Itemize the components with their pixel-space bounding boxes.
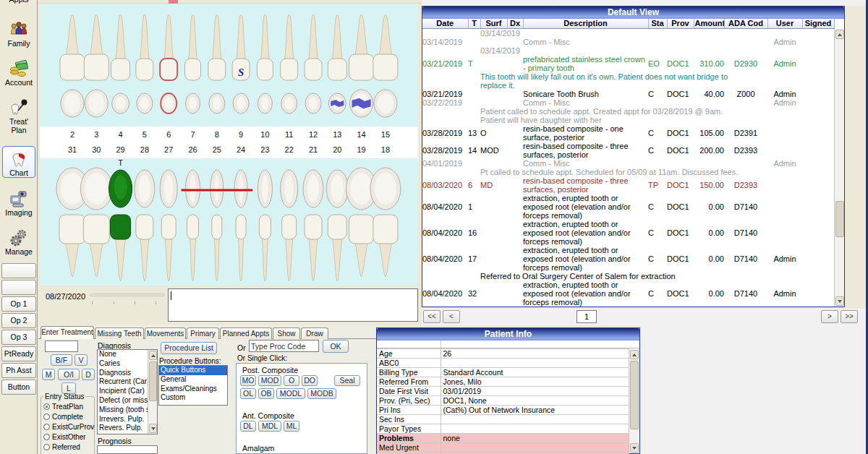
diagnosis-item[interactable]: Necrotic bbox=[98, 433, 148, 434]
page-number-box[interactable]: 1 bbox=[576, 310, 597, 323]
column-header-surf[interactable]: Surf bbox=[480, 19, 507, 28]
diagnosis-item[interactable]: None bbox=[98, 350, 148, 359]
tab-movements[interactable]: Movements bbox=[145, 327, 186, 339]
patient-info-row[interactable]: Pri Ins(Cat%) Out of Network Insurance bbox=[377, 406, 629, 415]
tab-missing-teeth[interactable]: Missing Teeth bbox=[95, 327, 144, 339]
diagnosis-item[interactable]: Caries bbox=[98, 359, 148, 369]
entry-status-option-complete[interactable]: Complete bbox=[43, 411, 94, 421]
note-row[interactable]: 03/14/2019 bbox=[422, 29, 834, 38]
patient-info-row[interactable]: Med Urgent bbox=[377, 443, 629, 453]
quick-button-mod[interactable]: MOD bbox=[258, 375, 281, 386]
quick-button-seal[interactable]: Seal bbox=[334, 375, 360, 386]
patient-info-row[interactable]: Prov. (Pri, Sec)DOC1, None bbox=[377, 396, 629, 406]
view-button-op-2[interactable]: Op 2 bbox=[1, 313, 36, 328]
quick-button-ob[interactable]: OB bbox=[258, 388, 274, 399]
progress-notes-rows[interactable]: 03/14/201903/14/2019Comm - MiscAdmin03/1… bbox=[422, 29, 834, 307]
column-header-prov[interactable]: Prov bbox=[667, 19, 694, 28]
sidebar-module-imaging[interactable]: Imaging bbox=[0, 189, 38, 217]
procedure-row[interactable]: 03/21/2019Sonicare Tooth BrushCDOC140.00… bbox=[422, 90, 834, 98]
patient-info-row[interactable]: Billing TypeStandard Account bbox=[377, 368, 629, 377]
patient-info-row[interactable]: Age26 bbox=[377, 349, 629, 359]
quick-button-do[interactable]: DO bbox=[302, 375, 318, 386]
column-header-signed[interactable]: Signed bbox=[802, 19, 834, 28]
sidebar-module-treat-plan[interactable]: Treat'Plan bbox=[0, 98, 38, 134]
quick-button-mo[interactable]: MO bbox=[240, 375, 256, 386]
view-button-blank[interactable] bbox=[1, 263, 36, 278]
patient-info-row[interactable]: ABC0 bbox=[377, 359, 629, 368]
surface-button-bf[interactable]: B/F bbox=[51, 354, 72, 366]
quick-button-o[interactable]: O bbox=[284, 375, 299, 386]
surface-button-d[interactable]: D bbox=[82, 369, 95, 380]
surface-button-m[interactable]: M bbox=[42, 369, 55, 380]
quick-button-dl[interactable]: DL bbox=[240, 421, 256, 432]
diagnosis-listbox[interactable]: NoneCariesDiagnosisRecurrent (Car)Incipi… bbox=[97, 349, 158, 434]
diagnosis-item[interactable]: Diagnosis bbox=[98, 369, 148, 378]
entry-status-option-referred[interactable]: Referred bbox=[43, 442, 94, 452]
column-header-description[interactable]: Description bbox=[523, 19, 648, 28]
proc-code-input[interactable] bbox=[249, 340, 319, 352]
procedure-category-listbox[interactable]: Quick ButtonsGeneralExams/CleaningsCusto… bbox=[158, 365, 228, 406]
patient-info-row[interactable]: Referred FromJones, Milo bbox=[377, 377, 629, 387]
progress-notes-scrollbar[interactable] bbox=[834, 29, 844, 307]
quick-button-ml[interactable]: ML bbox=[284, 421, 299, 432]
tab-primary[interactable]: Primary bbox=[187, 327, 219, 339]
prev-page-button[interactable]: < bbox=[443, 310, 460, 323]
tab-draw[interactable]: Draw bbox=[301, 327, 328, 339]
quick-button-modb[interactable]: MODB bbox=[307, 388, 336, 399]
view-button-button[interactable]: Button bbox=[1, 380, 36, 395]
patient-info-row[interactable]: Date First Visit03/01/2019 bbox=[377, 387, 629, 396]
scroll-up-button[interactable] bbox=[630, 350, 639, 359]
first-page-button[interactable]: << bbox=[423, 310, 441, 323]
diagnosis-item[interactable]: Irrevers. Pulp. bbox=[98, 415, 148, 424]
procedure-row[interactable]: 08/04/202032extraction, erupted tooth or… bbox=[422, 280, 834, 307]
surface-button-oi[interactable]: O/I bbox=[58, 369, 80, 380]
column-header-ada-cod[interactable]: ADA Cod bbox=[724, 19, 767, 28]
view-button-blank[interactable] bbox=[1, 280, 36, 295]
proc-entry-input[interactable] bbox=[45, 340, 78, 352]
entry-status-option-treatplan[interactable]: TreatPlan bbox=[43, 401, 94, 411]
last-page-button[interactable]: >> bbox=[841, 310, 858, 323]
diagnosis-item[interactable]: Missing (tooth s bbox=[98, 406, 148, 415]
diagnosis-item[interactable]: Recurrent (Car) bbox=[98, 377, 148, 387]
procedure-row[interactable]: 04/01/2019Comm - MiscAdmin bbox=[422, 159, 834, 168]
note-row[interactable]: Pt called to schedule appt. Scheduled fo… bbox=[422, 168, 834, 176]
procedure-category-item[interactable]: Quick Buttons bbox=[159, 366, 227, 375]
sidebar-module-account[interactable]: Account bbox=[0, 59, 38, 87]
tab-show[interactable]: Show bbox=[273, 327, 300, 339]
tooth-chart-svg[interactable]: 23456789101112131415S3130292827262524232… bbox=[40, 4, 418, 286]
scroll-thumb[interactable] bbox=[149, 361, 157, 401]
prognosis-listbox[interactable] bbox=[97, 445, 158, 454]
chart-date-slider[interactable] bbox=[90, 294, 165, 296]
patient-info-row[interactable]: Sec Ins bbox=[377, 415, 629, 424]
procedure-row[interactable]: 03/22/2019Comm - MiscAdmin bbox=[422, 98, 834, 107]
sidebar-module-manage[interactable]: Manage bbox=[0, 228, 38, 256]
view-button-op-3[interactable]: Op 3 bbox=[1, 330, 36, 345]
procedure-row[interactable]: 03/21/2019Tprefabricated stainless steel… bbox=[422, 55, 834, 72]
view-button-op-1[interactable]: Op 1 bbox=[1, 296, 36, 312]
entry-status-option-existcurprov[interactable]: ExistCurProv bbox=[43, 421, 94, 432]
diagnosis-item[interactable]: Revers. Pulp. bbox=[98, 424, 148, 433]
ok-button[interactable]: OK bbox=[323, 340, 349, 353]
note-row[interactable]: Patient called to schedule appt. Created… bbox=[422, 107, 834, 124]
entry-status-option-existother[interactable]: ExistOther bbox=[43, 432, 94, 442]
note-row[interactable]: This tooth will likely fall out on it's … bbox=[422, 72, 834, 90]
scroll-down-button[interactable] bbox=[149, 424, 157, 433]
scroll-up-button[interactable] bbox=[835, 30, 844, 39]
procedure-row[interactable]: 08/03/20206MDresin-based composite - thr… bbox=[422, 176, 834, 194]
note-row[interactable]: 03/14/2019 bbox=[422, 46, 834, 55]
quick-button-modl[interactable]: MODL bbox=[276, 388, 305, 399]
next-page-button[interactable]: > bbox=[821, 310, 838, 323]
procedure-row[interactable]: 03/14/2019Comm - MiscAdmin bbox=[422, 38, 834, 46]
sidebar-module-chart[interactable]: Chart bbox=[2, 146, 35, 178]
column-header-amount[interactable]: Amount bbox=[694, 19, 724, 28]
patient-info-scrollbar[interactable] bbox=[629, 349, 639, 453]
scroll-thumb[interactable] bbox=[630, 361, 639, 429]
patient-info-row[interactable]: Payor Types bbox=[377, 424, 629, 434]
procedure-row[interactable]: 08/04/202016extraction, erupted tooth or… bbox=[422, 220, 834, 246]
column-header-sta[interactable]: Sta bbox=[648, 19, 667, 28]
scroll-down-button[interactable] bbox=[835, 296, 844, 306]
quick-button-mdl[interactable]: MDL bbox=[258, 421, 281, 432]
scroll-down-button[interactable] bbox=[630, 443, 639, 453]
scroll-thumb[interactable] bbox=[835, 201, 844, 237]
view-button-ph-asst[interactable]: Ph Asst bbox=[1, 363, 36, 378]
